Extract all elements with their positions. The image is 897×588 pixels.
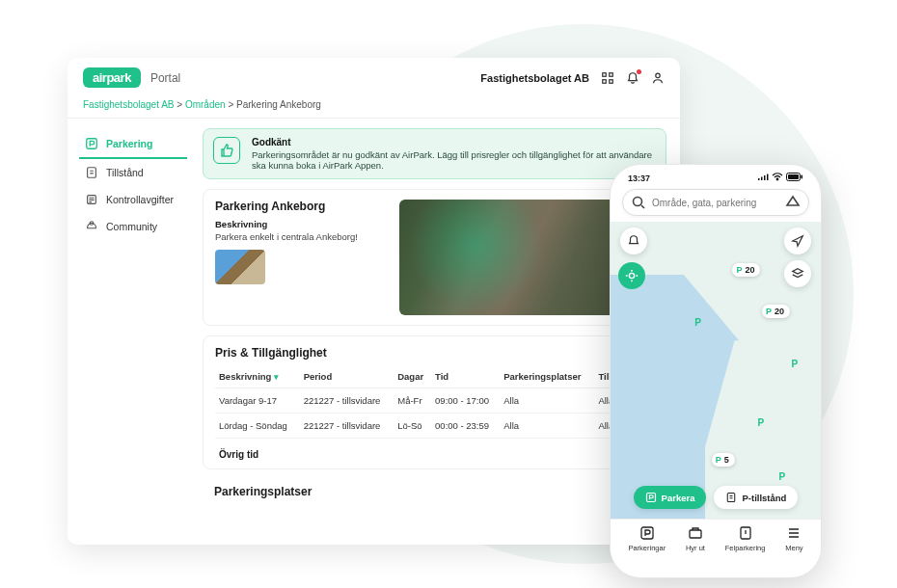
other-time-row: Övrig tid Parke	[215, 439, 654, 465]
pricing-title: Pris & Tillgänglighet	[215, 346, 654, 360]
svg-rect-18	[690, 530, 701, 538]
map-pin[interactable]: P20	[732, 263, 760, 277]
parking-icon	[639, 525, 655, 541]
search-icon	[631, 195, 646, 210]
user-profile-icon[interactable]	[651, 71, 665, 85]
svg-rect-1	[610, 72, 613, 76]
svg-point-14	[629, 273, 634, 278]
brand-logo: airpark	[83, 67, 141, 88]
phone-locate-icon[interactable]	[784, 227, 811, 254]
main-content: Godkänt Parkeringsområdet är nu godkänt …	[193, 119, 680, 545]
map-pin-small[interactable]: P	[791, 359, 798, 369]
sidebar-item-label: Parkering	[106, 138, 152, 149]
parking-title: Parkering Ankeborg	[215, 200, 384, 213]
apps-grid-icon[interactable]	[601, 71, 614, 85]
portal-window: airpark Portal Fastighetsbolaget AB Fast…	[68, 58, 680, 545]
svg-rect-11	[788, 174, 799, 179]
filter-icon[interactable]	[785, 195, 801, 210]
wifi-icon	[772, 173, 783, 183]
sidebar-item-label: Community	[106, 221, 157, 232]
svg-rect-15	[646, 494, 655, 502]
description-text: Parkera enkelt i centrala Ankeborg!	[215, 231, 384, 242]
breadcrumb-org[interactable]: Fastighetsbolaget AB	[83, 99, 175, 110]
parkera-button[interactable]: Parkera	[634, 486, 707, 509]
sidebar-item-label: Kontrollavgifter	[106, 194, 174, 205]
phone-layers-icon[interactable]	[784, 260, 811, 287]
pricing-table: Beskrivning ▾ Period Dagar Tid Parkering…	[215, 365, 654, 439]
tab-meny[interactable]: Meny	[785, 525, 802, 552]
phone-map[interactable]: P20 P20 P5 P P P P Parkera P-tillstånd	[611, 222, 821, 519]
col-tid[interactable]: Tid	[431, 365, 500, 388]
breadcrumb: Fastighetsbolaget AB > Områden > Parkeri…	[68, 95, 680, 119]
tab-hyr-ut[interactable]: Hyr ut	[686, 525, 705, 552]
map-pin-small[interactable]: P	[758, 417, 765, 428]
header-org-name[interactable]: Fastighetsbolaget AB	[480, 72, 589, 84]
other-time-label: Övrig tid	[219, 449, 258, 460]
col-dagar[interactable]: Dagar	[394, 365, 431, 388]
notifications-bell-icon[interactable]	[626, 71, 639, 85]
battery-icon	[786, 173, 803, 183]
svg-rect-16	[728, 494, 736, 502]
phone-tab-bar: Parkeringar Hyr ut Felparkering Meny	[611, 519, 821, 562]
fees-icon	[85, 193, 98, 206]
svg-rect-2	[603, 79, 607, 83]
status-clock: 13:37	[628, 174, 650, 183]
community-icon	[85, 220, 98, 233]
parking-info-card: Parkering Ankeborg Beskrivning Parkera e…	[203, 189, 666, 326]
parking-spots-title: Parkeringsplatser	[214, 485, 312, 498]
svg-rect-6	[88, 168, 96, 178]
phone-status-bar: 13:37	[611, 165, 821, 185]
sidebar-item-kontrollavgifter[interactable]: Kontrollavgifter	[79, 186, 187, 213]
phone-bell-icon[interactable]	[620, 227, 647, 254]
description-label: Beskrivning	[215, 219, 384, 229]
banner-title: Godkänt	[252, 137, 656, 147]
map-pin[interactable]: P20	[762, 305, 790, 318]
portal-body: Parkering Tillstånd Kontrollavgifter Com…	[68, 119, 680, 545]
col-beskrivning[interactable]: Beskrivning ▾	[215, 365, 300, 388]
tab-parkeringar[interactable]: Parkeringar	[628, 525, 666, 552]
svg-rect-3	[610, 79, 613, 83]
portal-label: Portal	[150, 71, 180, 85]
phone-mockup: 13:37 P20 P20 P5 P	[610, 164, 822, 578]
sidebar: Parkering Tillstånd Kontrollavgifter Com…	[68, 119, 193, 545]
phone-search-bar[interactable]	[622, 189, 809, 216]
svg-point-4	[656, 73, 660, 77]
map-pin-small[interactable]: P	[694, 317, 701, 328]
permit-icon	[85, 166, 98, 179]
sidebar-item-community[interactable]: Community	[79, 213, 187, 240]
sidebar-item-parkering[interactable]: Parkering	[79, 130, 187, 159]
pricing-card: Pris & Tillgänglighet Beskrivning ▾ Peri…	[203, 335, 666, 469]
rent-out-icon	[688, 525, 703, 541]
tab-felparkering[interactable]: Felparkering	[725, 525, 766, 552]
svg-rect-0	[603, 72, 607, 76]
svg-point-13	[634, 198, 642, 206]
map-pin-small[interactable]: P	[778, 471, 785, 482]
table-row[interactable]: Lördag - Söndag 221227 - tillsvidare Lö-…	[215, 414, 654, 439]
banner-body: Parkeringsområdet är nu godkänt av AirPa…	[252, 149, 656, 171]
col-spots[interactable]: Parkeringsplatser	[500, 365, 594, 388]
header-right: Fastighetsbolaget AB	[480, 71, 665, 85]
svg-point-9	[776, 178, 778, 180]
menu-icon	[786, 525, 802, 541]
breadcrumb-areas[interactable]: Områden	[185, 99, 226, 110]
phone-user-location-icon[interactable]	[618, 262, 645, 289]
col-period[interactable]: Period	[300, 365, 394, 388]
chevron-down-icon: ▾	[274, 372, 279, 382]
search-input[interactable]	[652, 198, 779, 208]
sidebar-item-label: Tillstånd	[106, 167, 144, 178]
portal-header: airpark Portal Fastighetsbolaget AB	[68, 58, 680, 95]
logo-group: airpark Portal	[83, 67, 180, 88]
parking-icon	[85, 137, 98, 150]
phone-map-actions: Parkera P-tillstånd	[611, 486, 821, 509]
thumbs-up-icon	[213, 137, 240, 164]
parking-photo-thumbnail[interactable]	[215, 250, 265, 284]
table-row[interactable]: Vardagar 9-17 221227 - tillsvidare Må-Fr…	[215, 388, 654, 414]
breadcrumb-current: Parkering Ankeborg	[236, 99, 321, 110]
signal-icon	[757, 174, 769, 183]
map-pin[interactable]: P5	[712, 453, 735, 467]
p-tillstand-button[interactable]: P-tillstånd	[714, 486, 798, 509]
svg-rect-5	[87, 139, 97, 149]
sidebar-item-tillstand[interactable]: Tillstånd	[79, 159, 187, 186]
svg-rect-12	[802, 175, 803, 179]
svg-rect-17	[641, 527, 653, 539]
